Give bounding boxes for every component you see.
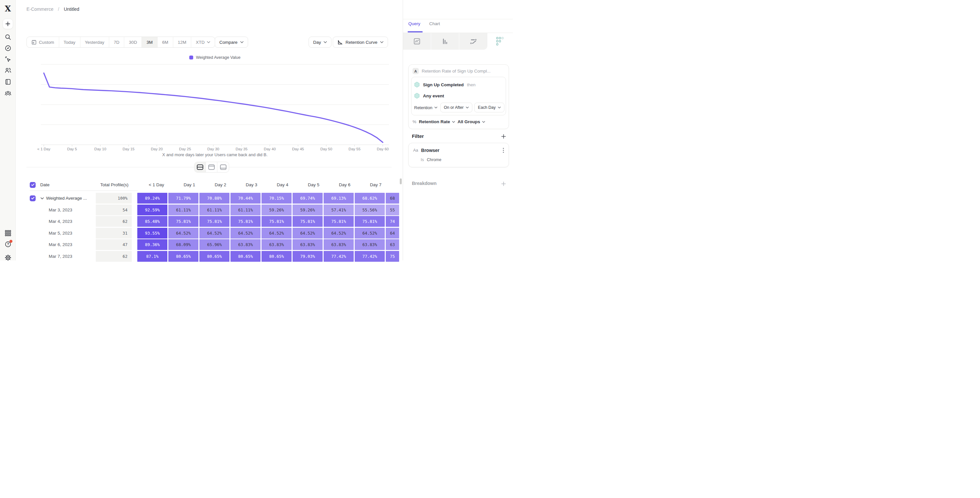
breadcrumb-current[interactable]: Untitled	[64, 6, 79, 12]
query-card: A Retention Rate of Sign Up Compl... Sig…	[408, 64, 509, 129]
retention-cell-clipped: 64	[386, 228, 399, 239]
chart-type-line-icon[interactable]	[403, 33, 431, 50]
apps-grid-icon[interactable]	[5, 230, 11, 237]
filter-value[interactable]: Chrome	[427, 158, 441, 162]
chart-type-selector	[403, 33, 512, 50]
chart-legend[interactable]: Weighted Average Value	[41, 55, 389, 60]
filter-operator[interactable]: Is	[421, 158, 424, 162]
settings-gear-icon[interactable]	[5, 254, 11, 261]
range-yesterday[interactable]: Yesterday	[80, 37, 110, 48]
filter-property[interactable]: Browser	[421, 148, 500, 153]
table-row[interactable]: Mar 5, 20233193.55%64.52%64.52%64.52%64.…	[30, 228, 399, 239]
retention-cell: 63.83%	[355, 239, 385, 250]
retention-cell: 63.83%	[261, 239, 291, 250]
explore-compass-icon[interactable]	[5, 45, 11, 52]
checkbox-checked[interactable]	[30, 196, 36, 201]
event-step[interactable]: Any event	[414, 91, 503, 103]
chart-type-bar-icon[interactable]	[431, 33, 459, 50]
retention-cell: 89.36%	[137, 239, 167, 250]
retention-type-dropdown[interactable]: Retention	[414, 105, 438, 110]
table-row[interactable]: Mar 7, 20236287.1%80.65%80.65%80.65%80.6…	[30, 251, 399, 261]
query-badge: A	[412, 68, 419, 74]
retention-chart[interactable]	[41, 64, 389, 146]
expand-chevron-icon[interactable]	[41, 197, 44, 199]
table-scrollbar[interactable]	[400, 178, 402, 184]
measure-dropdown[interactable]: Retention Rate	[419, 119, 455, 124]
x-tick-label: Day 45	[286, 147, 310, 151]
range-30d[interactable]: 30D	[124, 37, 142, 48]
tab-query[interactable]: Query	[408, 21, 420, 26]
app-logo-icon[interactable]: X	[3, 4, 13, 14]
kebab-menu-icon[interactable]	[503, 148, 504, 153]
table-row[interactable]: Mar 4, 20236285.48%75.81%75.81%75.81%75.…	[30, 216, 399, 227]
chart-type-flow-icon[interactable]	[459, 33, 487, 50]
event-name[interactable]: Sign Up Completed	[423, 82, 464, 87]
retention-cell: 59.26%	[261, 205, 291, 215]
audience-group-icon[interactable]	[5, 90, 11, 97]
create-button[interactable]	[3, 19, 13, 29]
retention-cell-clipped: 74	[386, 216, 399, 227]
layout-table-only-icon[interactable]	[217, 162, 229, 172]
tab-chart[interactable]: Chart	[429, 21, 440, 26]
event-step[interactable]: Sign Up Completed then	[414, 80, 503, 91]
x-tick-label: Day 25	[173, 147, 197, 151]
retention-cell: 64.52%	[231, 228, 261, 239]
query-title[interactable]: Retention Rate of Sign Up Compl...	[422, 68, 491, 73]
breakdown-heading: Breakdown	[412, 181, 436, 186]
range-xtd[interactable]: XTD	[191, 37, 215, 48]
retention-cell: 75.81%	[199, 216, 229, 227]
total-cell: 62	[96, 251, 132, 261]
x-tick-label: Day 50	[314, 147, 338, 151]
layout-toggle-group	[194, 162, 229, 173]
retention-cell-clipped: 55	[386, 205, 399, 215]
add-filter-icon[interactable]	[501, 134, 506, 139]
users-icon[interactable]	[5, 67, 11, 74]
range-custom[interactable]: Custom	[27, 37, 59, 48]
chevron-down-icon	[466, 107, 469, 108]
groups-label: All Groups	[458, 119, 480, 124]
table-row[interactable]: Mar 3, 20235492.59%61.11%61.11%61.11%59.…	[30, 205, 399, 215]
retention-cell: 55.56%	[355, 205, 385, 215]
range-today[interactable]: Today	[59, 37, 80, 48]
chevron-down-icon	[482, 121, 485, 123]
retention-cell: 70.44%	[231, 193, 261, 204]
layout-split-icon[interactable]	[194, 162, 206, 172]
x-tick-label: Day 5	[60, 147, 84, 151]
window-label: On or After	[444, 105, 463, 110]
view-mode-dropdown[interactable]: Retention Curve	[333, 37, 388, 48]
range-7d[interactable]: 7D	[109, 37, 124, 48]
event-name[interactable]: Any event	[423, 94, 444, 99]
retention-cell: 77.42%	[355, 251, 385, 261]
range-12m[interactable]: 12M	[173, 37, 191, 48]
retention-cell: 70.15%	[261, 193, 291, 204]
checkbox-checked[interactable]	[30, 182, 36, 188]
range-3m[interactable]: 3M	[142, 37, 158, 48]
retention-cell-clipped: 63	[386, 239, 399, 250]
search-icon[interactable]	[5, 33, 11, 41]
retention-cell: 64.52%	[199, 228, 229, 239]
layout-chart-only-icon[interactable]	[206, 162, 217, 172]
compare-button[interactable]: Compare	[215, 37, 248, 48]
window-dropdown[interactable]: On or After	[440, 103, 473, 112]
retention-cell: 75.81%	[293, 216, 323, 227]
table-row[interactable]: Mar 6, 20234789.36%68.09%65.96%63.83%63.…	[30, 239, 399, 250]
breadcrumb-parent[interactable]: E-Commerce	[27, 6, 53, 12]
cursor-click-icon[interactable]	[5, 56, 11, 63]
notebook-icon[interactable]	[5, 78, 11, 85]
add-breakdown-icon[interactable]	[501, 181, 506, 186]
help-icon[interactable]: ?	[5, 241, 11, 248]
range-6m[interactable]: 6M	[158, 37, 173, 48]
interval-label: Each Day	[478, 105, 496, 110]
active-tab-underline	[407, 31, 423, 32]
chart-type-retention-grid-icon[interactable]	[487, 33, 512, 50]
filter-card[interactable]: Aa Browser Is Chrome	[408, 143, 509, 167]
granularity-dropdown[interactable]: Day	[309, 37, 331, 48]
interval-dropdown[interactable]: Each Day	[474, 103, 504, 112]
table-row[interactable]: Weighted Average ...100%89.24%71.79%70.8…	[30, 193, 399, 204]
view-mode-label: Retention Curve	[345, 40, 377, 45]
x-tick-label: Day 20	[145, 147, 169, 151]
groups-dropdown[interactable]: All Groups	[458, 119, 485, 124]
retention-cell: 89.24%	[137, 193, 167, 204]
retention-cell: 64.52%	[355, 228, 385, 239]
retention-cell: 87.1%	[137, 251, 167, 261]
